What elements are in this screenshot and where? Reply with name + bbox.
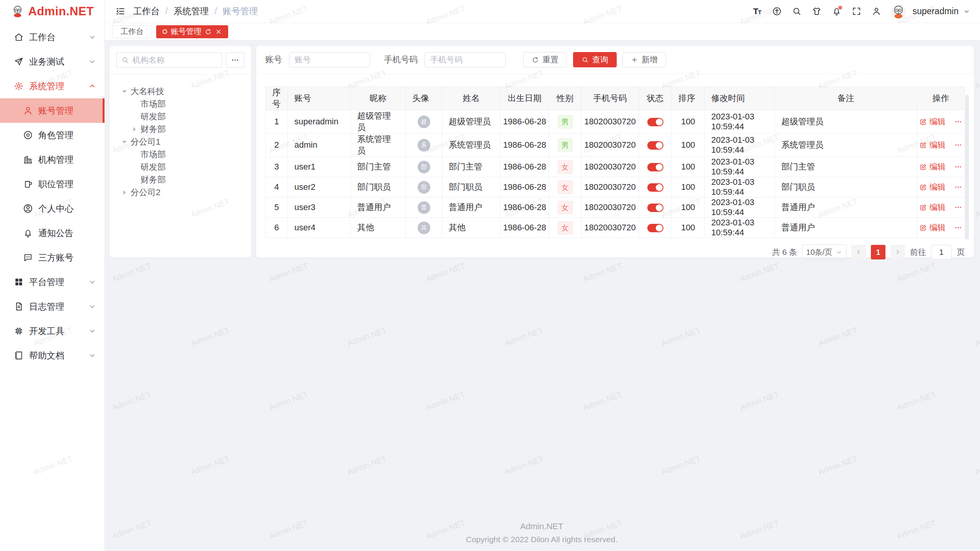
cell-status: [639, 110, 672, 134]
notification-icon[interactable]: [828, 3, 845, 20]
tree-node[interactable]: 财务部: [116, 173, 244, 186]
tree-caret-icon[interactable]: [122, 190, 127, 195]
more-actions-button[interactable]: [954, 118, 962, 126]
sidebar-item[interactable]: 账号管理: [0, 98, 105, 123]
refresh-icon: [532, 56, 539, 64]
tree-node-label: 财务部: [140, 124, 166, 135]
cell-phone: 18020030720: [581, 110, 639, 134]
current-page[interactable]: 1: [871, 245, 885, 259]
fullscreen-icon[interactable]: [848, 3, 865, 20]
edit-button[interactable]: 编辑: [920, 116, 946, 127]
more-actions-button[interactable]: [954, 204, 962, 211]
tree-node[interactable]: 研发部: [116, 161, 244, 173]
more-dots-icon: [231, 56, 239, 64]
more-actions-button[interactable]: [954, 163, 962, 171]
sidebar-item[interactable]: 个人中心: [0, 196, 105, 221]
tree-caret-icon[interactable]: [122, 89, 127, 94]
page-size-select[interactable]: 10条/页: [802, 245, 846, 260]
sidebar-item-label: 通知公告: [38, 227, 96, 239]
tree-caret-icon[interactable]: [132, 165, 137, 170]
cell-sort: 100: [672, 177, 705, 197]
edit-button[interactable]: 编辑: [920, 182, 946, 192]
send-icon: [14, 57, 24, 67]
status-toggle[interactable]: [647, 204, 663, 212]
language-icon[interactable]: [769, 3, 786, 20]
sidebar-item[interactable]: 三方账号: [0, 245, 105, 270]
query-button[interactable]: 查询: [573, 52, 617, 67]
profile-icon[interactable]: [868, 3, 885, 20]
tree-caret-icon[interactable]: [132, 152, 137, 157]
status-toggle[interactable]: [647, 118, 663, 126]
tab-close-icon[interactable]: [215, 28, 222, 35]
search-icon[interactable]: [789, 3, 805, 20]
sidebar-item[interactable]: 工作台: [0, 25, 105, 49]
footer: Admin.NET Copyright © 2022 Dilon All rig…: [109, 522, 974, 551]
sidebar-item[interactable]: 通知公告: [0, 221, 105, 245]
next-page-button[interactable]: [890, 245, 905, 259]
sidebar-item[interactable]: 日志管理: [0, 294, 105, 319]
tree-node[interactable]: 分公司2: [116, 186, 244, 199]
status-toggle[interactable]: [647, 141, 663, 150]
status-toggle[interactable]: [647, 163, 663, 171]
sidebar-item[interactable]: 角色管理: [0, 123, 105, 147]
home-icon: [14, 32, 24, 42]
tree-caret-icon[interactable]: [132, 177, 137, 183]
theme-icon[interactable]: [808, 3, 825, 20]
sidebar-item[interactable]: 系统管理: [0, 74, 105, 98]
user-menu-chevron-icon[interactable]: [963, 8, 970, 15]
org-search-input[interactable]: [132, 55, 217, 65]
user-avatar[interactable]: [891, 4, 906, 19]
collapse-menu-icon[interactable]: [113, 4, 128, 19]
tree-node[interactable]: 分公司1: [116, 135, 244, 148]
font-size-icon[interactable]: TT: [749, 3, 766, 20]
user-icon: [23, 106, 33, 116]
org-more-button[interactable]: [226, 52, 244, 68]
chat-icon: [23, 253, 33, 262]
logo-mascot-icon: [11, 5, 24, 18]
tab-account-management[interactable]: 账号管理: [156, 25, 228, 38]
tree-node[interactable]: 研发部: [116, 110, 244, 123]
edit-button[interactable]: 编辑: [920, 140, 946, 150]
more-actions-button[interactable]: [954, 224, 962, 231]
edit-button[interactable]: 编辑: [920, 161, 946, 172]
chevron-icon: [88, 352, 96, 359]
sidebar-item[interactable]: 职位管理: [0, 172, 105, 196]
sidebar-item[interactable]: 业务测试: [0, 49, 105, 74]
breadcrumb-item[interactable]: 系统管理: [173, 5, 209, 17]
edit-button[interactable]: 编辑: [920, 222, 946, 233]
sidebar-item[interactable]: 开发工具: [0, 319, 105, 343]
more-actions-button[interactable]: [954, 141, 962, 149]
phone-filter-input[interactable]: [425, 52, 506, 67]
tree-node[interactable]: 财务部: [116, 123, 244, 135]
tab-refresh-icon[interactable]: [205, 28, 212, 35]
more-actions-button[interactable]: [954, 183, 962, 191]
add-button[interactable]: 新增: [622, 52, 666, 67]
reset-button[interactable]: 重置: [523, 52, 567, 67]
tree-caret-icon[interactable]: [132, 101, 137, 107]
sidebar-item[interactable]: 机构管理: [0, 147, 105, 172]
username[interactable]: superadmin: [913, 6, 959, 16]
tree-node[interactable]: 大名科技: [116, 85, 244, 98]
table-scrollbar[interactable]: [965, 95, 969, 240]
status-toggle[interactable]: [647, 183, 663, 192]
breadcrumb-item[interactable]: 工作台: [133, 5, 160, 17]
status-toggle[interactable]: [647, 224, 663, 232]
cell-account: admin: [288, 134, 351, 157]
tree-caret-icon[interactable]: [132, 127, 137, 132]
prev-page-button[interactable]: [851, 245, 866, 259]
tree-caret-icon[interactable]: [132, 114, 137, 119]
tab-workbench[interactable]: 工作台: [112, 25, 152, 38]
tree-node[interactable]: 市场部: [116, 98, 244, 110]
tree-node-label: 分公司1: [131, 136, 160, 148]
edit-icon: [920, 184, 927, 191]
sidebar-item[interactable]: 平台管理: [0, 270, 105, 294]
account-panel: 账号 手机号码 重置 查询: [256, 46, 974, 258]
tree-caret-icon[interactable]: [122, 139, 127, 145]
account-filter-input[interactable]: [289, 52, 370, 67]
logo[interactable]: Admin.NET: [0, 0, 105, 23]
tree-node-label: 大名科技: [131, 86, 164, 97]
tree-node[interactable]: 市场部: [116, 148, 244, 161]
edit-button[interactable]: 编辑: [920, 202, 946, 213]
sidebar-item[interactable]: 帮助文档: [0, 343, 105, 368]
goto-page-input[interactable]: [931, 245, 952, 259]
